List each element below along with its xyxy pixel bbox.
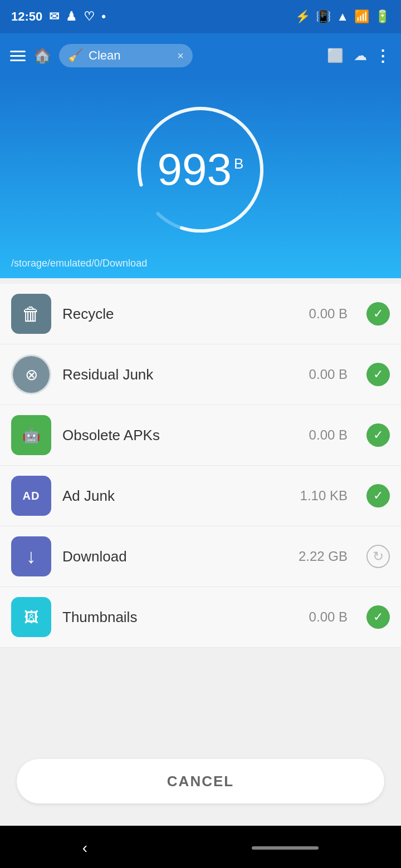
back-button[interactable]: ‹	[82, 839, 87, 857]
list-area: 🗑 Recycle 0.00 B ✓ ⊗ Residual Junk 0.00 …	[0, 278, 401, 653]
recycle-icon: 🗑	[11, 294, 51, 334]
clean-pill-text: Clean	[89, 48, 172, 63]
menu-button[interactable]	[10, 51, 26, 61]
list-item-obsolete-apks[interactable]: 🤖 Obsolete APKs 0.00 B ✓	[0, 405, 401, 466]
thumbnails-icon: 🖼	[11, 597, 51, 637]
person-icon: ♟	[66, 9, 77, 24]
clean-pill-icon: 🧹	[68, 48, 83, 63]
list-item-residual-junk[interactable]: ⊗ Residual Junk 0.00 B ✓	[0, 344, 401, 405]
recycle-size: 0.00 B	[309, 306, 348, 322]
download-reload-icon[interactable]: ↻	[366, 545, 390, 568]
ad-junk-icon: AD	[11, 476, 51, 516]
clean-pill[interactable]: 🧹 Clean ×	[59, 44, 193, 67]
residual-junk-check-icon: ✓	[366, 363, 390, 386]
gauge-container: 993 B	[128, 97, 273, 242]
header: 🏠 🧹 Clean × ⬜ ☁ ⋮	[0, 33, 401, 78]
residual-junk-size: 0.00 B	[309, 367, 348, 382]
spacer	[0, 653, 401, 742]
obsolete-apks-icon: 🤖	[11, 415, 51, 455]
home-indicator	[252, 846, 319, 850]
status-right: ⚡ 📳 ▲ 📶 🔋	[295, 9, 390, 24]
obsolete-apks-size: 0.00 B	[309, 427, 348, 443]
gmail-icon: ✉	[49, 9, 59, 24]
header-icons: ⬜ ☁	[327, 48, 367, 63]
signal-icon: 📶	[354, 9, 369, 24]
recycle-check-icon: ✓	[366, 302, 390, 326]
residual-junk-label: Residual Junk	[62, 366, 298, 383]
cancel-area: CANCEL	[0, 742, 401, 826]
cancel-button[interactable]: CANCEL	[17, 759, 384, 803]
download-size: 2.22 GB	[299, 549, 348, 564]
thumbnails-size: 0.00 B	[309, 609, 348, 625]
cloud-icon[interactable]: ☁	[354, 48, 367, 63]
list-item-recycle[interactable]: 🗑 Recycle 0.00 B ✓	[0, 284, 401, 344]
battery-icon: 🔋	[375, 9, 390, 24]
download-label: Download	[62, 548, 287, 565]
svg-point-0	[128, 97, 273, 242]
svg-point-1	[128, 97, 273, 242]
home-button[interactable]: 🏠	[33, 47, 51, 65]
obsolete-apks-check-icon: ✓	[366, 423, 390, 447]
wifi-icon: ▲	[336, 9, 349, 24]
download-icon: ↓	[11, 536, 51, 576]
status-left: 12:50 ✉ ♟ ♡ •	[11, 9, 106, 24]
status-bar: 12:50 ✉ ♟ ♡ • ⚡ 📳 ▲ 📶 🔋	[0, 0, 401, 33]
list-item-thumbnails[interactable]: 🖼 Thumbnails 0.00 B ✓	[0, 587, 401, 648]
ad-junk-check-icon: ✓	[366, 484, 390, 507]
gauge-svg	[128, 97, 273, 242]
bottom-nav: ‹	[0, 826, 401, 868]
bluetooth-icon: ⚡	[295, 9, 310, 24]
heart-icon: ♡	[84, 9, 95, 24]
ad-junk-size: 1.10 KB	[300, 488, 348, 504]
status-time: 12:50	[11, 9, 42, 24]
clean-pill-close[interactable]: ×	[177, 50, 184, 62]
more-options-button[interactable]: ⋮	[375, 47, 391, 65]
thumbnails-label: Thumbnails	[62, 609, 298, 626]
vibrate-icon: 📳	[316, 9, 331, 24]
path-label: /storage/emulated/0/Download	[11, 258, 147, 269]
ad-junk-label: Ad Junk	[62, 487, 289, 505]
recycle-label: Recycle	[62, 305, 298, 323]
list-item-ad-junk[interactable]: AD Ad Junk 1.10 KB ✓	[0, 466, 401, 526]
gauge-area: 993 B /storage/emulated/0/Download	[0, 78, 401, 278]
obsolete-apks-label: Obsolete APKs	[62, 427, 298, 444]
residual-junk-icon: ⊗	[11, 354, 51, 394]
list-item-download[interactable]: ↓ Download 2.22 GB ↻	[0, 526, 401, 587]
thumbnails-check-icon: ✓	[366, 605, 390, 629]
dot-icon: •	[101, 9, 106, 24]
screencast-icon[interactable]: ⬜	[327, 48, 344, 63]
